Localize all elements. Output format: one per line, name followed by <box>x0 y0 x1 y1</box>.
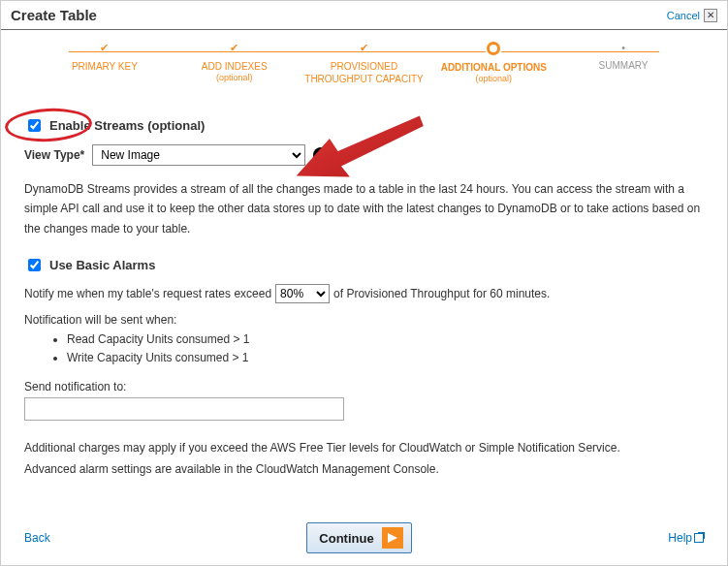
enable-streams-label: Enable Streams (optional) <box>49 118 205 133</box>
dialog-footer: Back Continue Help <box>24 522 704 553</box>
current-step-icon <box>487 42 500 55</box>
wizard-step-sub: (optional) <box>428 74 558 83</box>
notification-when-label: Notification will be sent when: <box>24 313 704 327</box>
notification-conditions-list: Read Capacity Units consumed > 1 Write C… <box>24 330 704 367</box>
info-icon[interactable]: i <box>313 147 329 163</box>
content-area: Enable Streams (optional) View Type* New… <box>1 103 727 479</box>
cancel-link[interactable]: Cancel <box>667 10 700 21</box>
help-label: Help <box>668 531 692 545</box>
help-link[interactable]: Help <box>668 531 704 545</box>
threshold-post-text: of Provisioned Throughput for 60 minutes… <box>333 287 550 300</box>
use-basic-alarms-label: Use Basic Alarms <box>49 258 155 272</box>
use-basic-alarms-checkbox[interactable] <box>28 259 41 271</box>
check-icon: ✔ <box>40 42 170 54</box>
header-actions: Cancel ✕ <box>667 9 717 22</box>
send-to-label: Send notification to: <box>24 380 704 393</box>
threshold-percent-select[interactable]: 80% <box>275 284 330 303</box>
send-to-input[interactable] <box>24 397 344 421</box>
external-link-icon <box>694 533 704 543</box>
view-type-label: View Type* <box>24 148 84 162</box>
use-basic-alarms-section: Use Basic Alarms <box>24 256 704 274</box>
close-icon[interactable]: ✕ <box>704 9 717 22</box>
wizard-step-primary-key[interactable]: ✔ PRIMARY KEY <box>40 42 170 85</box>
enable-streams-checkbox[interactable] <box>28 119 41 132</box>
wizard-step-label: ADDITIONAL OPTIONS <box>428 61 558 74</box>
wizard-step-label: PROVISIONED THROUGHPUT CAPACITY <box>300 60 429 85</box>
dialog-title: Create Table <box>11 7 97 23</box>
wizard-step-summary[interactable]: • SUMMARY <box>558 42 688 85</box>
list-item: Write Capacity Units consumed > 1 <box>67 349 704 367</box>
wizard-step-label: ADD INDEXES <box>170 60 300 73</box>
wizard-step-additional-options[interactable]: ADDITIONAL OPTIONS (optional) <box>428 42 558 85</box>
wizard-steps: ✔ PRIMARY KEY ✔ ADD INDEXES (optional) ✔… <box>1 30 727 103</box>
wizard-step-label: SUMMARY <box>558 59 688 72</box>
svg-marker-1 <box>388 533 397 543</box>
view-type-select[interactable]: New Image <box>92 144 305 166</box>
wizard-step-throughput[interactable]: ✔ PROVISIONED THROUGHPUT CAPACITY <box>300 42 429 85</box>
threshold-row: Notify me when my table's request rates … <box>24 284 550 303</box>
advanced-note: Advanced alarm settings are available in… <box>24 459 704 479</box>
check-icon: ✔ <box>170 42 300 54</box>
dot-icon: • <box>558 42 688 53</box>
dialog-header: Create Table Cancel ✕ <box>1 1 727 30</box>
list-item: Read Capacity Units consumed > 1 <box>67 330 704 349</box>
create-table-dialog: Create Table Cancel ✕ ✔ PRIMARY KEY ✔ AD… <box>0 0 728 566</box>
annotation-arrow-icon <box>296 99 431 186</box>
threshold-pre-text: Notify me when my table's request rates … <box>24 287 271 300</box>
wizard-step-sub: (optional) <box>170 73 300 82</box>
wizard-step-label: PRIMARY KEY <box>40 60 170 73</box>
continue-label: Continue <box>319 531 373 546</box>
wizard-step-add-indexes[interactable]: ✔ ADD INDEXES (optional) <box>170 42 300 85</box>
view-type-row: View Type* New Image i <box>24 144 704 166</box>
enable-streams-section: Enable Streams (optional) <box>24 116 704 135</box>
arrow-right-icon <box>382 527 403 549</box>
charges-note: Additional charges may apply if you exce… <box>24 438 704 457</box>
continue-button[interactable]: Continue <box>306 522 411 553</box>
streams-description: DynamoDB Streams provides a stream of al… <box>24 179 704 238</box>
check-icon: ✔ <box>300 42 429 54</box>
back-link[interactable]: Back <box>24 531 50 545</box>
